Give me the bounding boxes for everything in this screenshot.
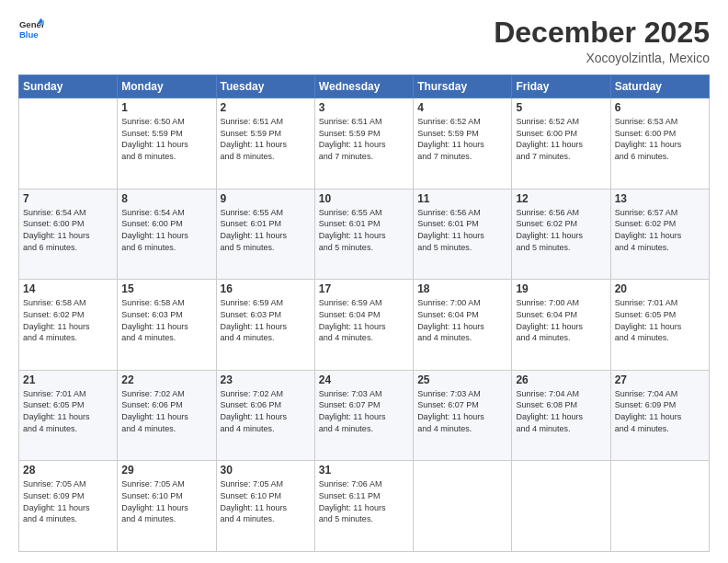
table-row [19,98,118,190]
col-sunday: Sunday [19,75,118,98]
cell-content: Sunrise: 7:03 AMSunset: 6:07 PMDaylight:… [319,388,409,434]
table-row: 9Sunrise: 6:55 AMSunset: 6:01 PMDaylight… [216,189,314,280]
day-number: 16 [221,282,311,295]
cell-content: Sunrise: 6:53 AMSunset: 6:00 PMDaylight:… [615,116,705,162]
table-row: 15Sunrise: 6:58 AMSunset: 6:03 PMDayligh… [118,280,216,371]
cell-content: Sunrise: 7:02 AMSunset: 6:06 PMDaylight:… [121,388,211,434]
table-row: 23Sunrise: 7:02 AMSunset: 6:06 PMDayligh… [216,370,314,461]
col-monday: Monday [118,75,216,98]
calendar-week-row: 1Sunrise: 6:50 AMSunset: 5:59 PMDaylight… [19,98,710,190]
table-row: 25Sunrise: 7:03 AMSunset: 6:07 PMDayligh… [414,370,512,461]
cell-content: Sunrise: 6:52 AMSunset: 6:00 PMDaylight:… [516,116,606,162]
cell-content: Sunrise: 6:51 AMSunset: 5:59 PMDaylight:… [319,116,409,162]
table-row: 19Sunrise: 7:00 AMSunset: 6:04 PMDayligh… [512,280,610,371]
calendar-week-row: 7Sunrise: 6:54 AMSunset: 6:00 PMDaylight… [19,189,710,280]
table-row: 6Sunrise: 6:53 AMSunset: 6:00 PMDaylight… [610,98,709,190]
table-row: 18Sunrise: 7:00 AMSunset: 6:04 PMDayligh… [414,280,512,371]
cell-content: Sunrise: 7:04 AMSunset: 6:08 PMDaylight:… [516,388,606,434]
cell-content: Sunrise: 7:03 AMSunset: 6:07 PMDaylight:… [417,388,507,434]
cell-content: Sunrise: 7:05 AMSunset: 6:09 PMDaylight:… [23,478,113,524]
day-number: 9 [221,192,311,205]
cell-content: Sunrise: 7:01 AMSunset: 6:05 PMDaylight:… [615,297,705,343]
day-number: 23 [221,373,311,386]
cell-content: Sunrise: 6:59 AMSunset: 6:03 PMDaylight:… [221,297,311,343]
cell-content: Sunrise: 7:06 AMSunset: 6:11 PMDaylight:… [319,478,409,524]
table-row: 20Sunrise: 7:01 AMSunset: 6:05 PMDayligh… [610,280,709,371]
cell-content: Sunrise: 7:04 AMSunset: 6:09 PMDaylight:… [615,388,705,434]
logo: General Blue [18,17,44,42]
table-row: 31Sunrise: 7:06 AMSunset: 6:11 PMDayligh… [314,461,413,552]
cell-content: Sunrise: 7:00 AMSunset: 6:04 PMDaylight:… [516,297,606,343]
day-number: 11 [417,192,507,205]
table-row: 4Sunrise: 6:52 AMSunset: 5:59 PMDaylight… [414,98,512,190]
table-row: 2Sunrise: 6:51 AMSunset: 5:59 PMDaylight… [216,98,314,190]
col-tuesday: Tuesday [216,75,314,98]
table-row: 28Sunrise: 7:05 AMSunset: 6:09 PMDayligh… [19,461,118,552]
day-number: 30 [221,464,311,477]
table-row: 29Sunrise: 7:05 AMSunset: 6:10 PMDayligh… [118,461,216,552]
day-number: 5 [516,101,606,114]
cell-content: Sunrise: 6:56 AMSunset: 6:02 PMDaylight:… [516,207,606,253]
day-number: 1 [121,101,211,114]
cell-content: Sunrise: 7:05 AMSunset: 6:10 PMDaylight:… [221,478,311,524]
day-number: 3 [319,101,409,114]
cell-content: Sunrise: 6:55 AMSunset: 6:01 PMDaylight:… [221,207,311,253]
table-row: 1Sunrise: 6:50 AMSunset: 5:59 PMDaylight… [118,98,216,190]
day-number: 20 [615,282,705,295]
cell-content: Sunrise: 6:55 AMSunset: 6:01 PMDaylight:… [319,207,409,253]
table-row: 30Sunrise: 7:05 AMSunset: 6:10 PMDayligh… [216,461,314,552]
day-number: 7 [23,192,113,205]
day-number: 2 [221,101,311,114]
col-thursday: Thursday [414,75,512,98]
cell-content: Sunrise: 6:54 AMSunset: 6:00 PMDaylight:… [121,207,211,253]
table-row: 7Sunrise: 6:54 AMSunset: 6:00 PMDaylight… [19,189,118,280]
table-row: 12Sunrise: 6:56 AMSunset: 6:02 PMDayligh… [512,189,610,280]
day-number: 15 [121,282,211,295]
cell-content: Sunrise: 6:50 AMSunset: 5:59 PMDaylight:… [121,116,211,162]
col-saturday: Saturday [610,75,709,98]
calendar-table: Sunday Monday Tuesday Wednesday Thursday… [18,75,710,552]
calendar-week-row: 14Sunrise: 6:58 AMSunset: 6:02 PMDayligh… [19,280,710,371]
table-row: 10Sunrise: 6:55 AMSunset: 6:01 PMDayligh… [314,189,413,280]
cell-content: Sunrise: 6:52 AMSunset: 5:59 PMDaylight:… [417,116,507,162]
table-row: 27Sunrise: 7:04 AMSunset: 6:09 PMDayligh… [610,370,709,461]
table-row: 5Sunrise: 6:52 AMSunset: 6:00 PMDaylight… [512,98,610,190]
table-row: 22Sunrise: 7:02 AMSunset: 6:06 PMDayligh… [118,370,216,461]
table-row: 3Sunrise: 6:51 AMSunset: 5:59 PMDaylight… [314,98,413,190]
day-number: 27 [615,373,705,386]
logo-icon: General Blue [18,17,44,42]
day-number: 12 [516,192,606,205]
cell-content: Sunrise: 6:54 AMSunset: 6:00 PMDaylight:… [23,207,113,253]
day-number: 21 [23,373,113,386]
day-number: 4 [417,101,507,114]
day-number: 14 [23,282,113,295]
calendar-week-row: 21Sunrise: 7:01 AMSunset: 6:05 PMDayligh… [19,370,710,461]
table-row [414,461,512,552]
day-number: 26 [516,373,606,386]
cell-content: Sunrise: 6:57 AMSunset: 6:02 PMDaylight:… [615,207,705,253]
col-wednesday: Wednesday [314,75,413,98]
main-title: December 2025 [494,17,710,49]
calendar-week-row: 28Sunrise: 7:05 AMSunset: 6:09 PMDayligh… [19,461,710,552]
table-row [512,461,610,552]
cell-content: Sunrise: 6:56 AMSunset: 6:01 PMDaylight:… [417,207,507,253]
cell-content: Sunrise: 7:02 AMSunset: 6:06 PMDaylight:… [221,388,311,434]
day-number: 31 [319,464,409,477]
title-block: December 2025 Xocoyolzintla, Mexico [494,17,710,65]
cell-content: Sunrise: 6:59 AMSunset: 6:04 PMDaylight:… [319,297,409,343]
svg-text:Blue: Blue [19,29,39,40]
day-number: 25 [417,373,507,386]
table-row: 21Sunrise: 7:01 AMSunset: 6:05 PMDayligh… [19,370,118,461]
subtitle: Xocoyolzintla, Mexico [494,51,710,65]
table-row: 16Sunrise: 6:59 AMSunset: 6:03 PMDayligh… [216,280,314,371]
day-number: 10 [319,192,409,205]
day-number: 6 [615,101,705,114]
day-number: 8 [121,192,211,205]
table-row: 26Sunrise: 7:04 AMSunset: 6:08 PMDayligh… [512,370,610,461]
day-number: 22 [121,373,211,386]
cell-content: Sunrise: 7:01 AMSunset: 6:05 PMDaylight:… [23,388,113,434]
cell-content: Sunrise: 6:58 AMSunset: 6:03 PMDaylight:… [121,297,211,343]
table-row: 13Sunrise: 6:57 AMSunset: 6:02 PMDayligh… [610,189,709,280]
day-number: 17 [319,282,409,295]
table-row: 14Sunrise: 6:58 AMSunset: 6:02 PMDayligh… [19,280,118,371]
